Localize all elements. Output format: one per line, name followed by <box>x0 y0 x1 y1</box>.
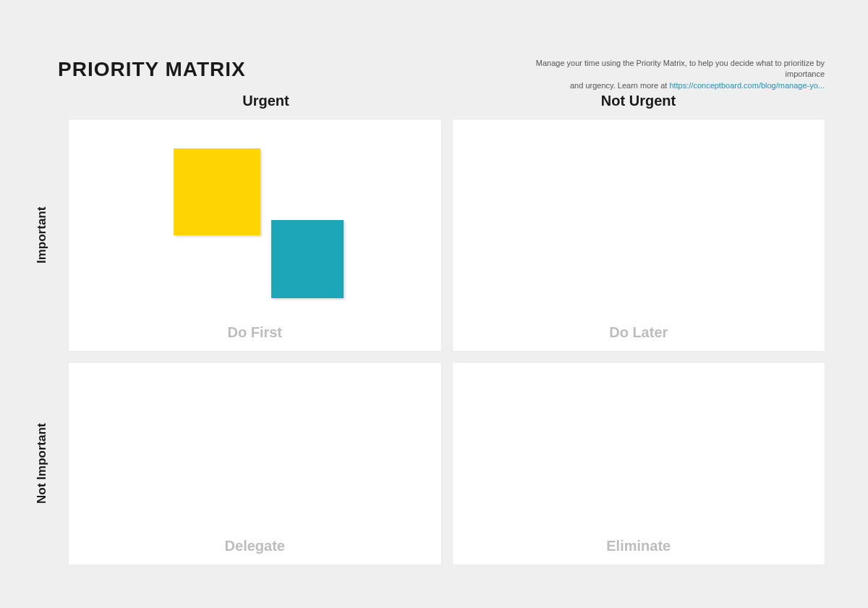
description: Manage your time using the Priority Matr… <box>499 58 825 91</box>
learn-more-link[interactable]: https://conceptboard.com/blog/manage-yo.… <box>669 81 825 90</box>
header: PRIORITY MATRIX Manage your time using t… <box>58 58 825 91</box>
quadrant-delegate[interactable]: Delegate <box>69 363 441 565</box>
quadrant-label-do-later: Do Later <box>453 324 825 341</box>
sticky-note-yellow[interactable] <box>174 148 260 235</box>
quadrant-do-later[interactable]: Do Later <box>453 119 825 351</box>
quadrant-do-first[interactable]: Do First <box>69 119 441 351</box>
row-label-important: Important <box>35 119 49 351</box>
column-label-not-urgent: Not Urgent <box>452 93 825 109</box>
quadrant-eliminate[interactable]: Eliminate <box>453 363 825 565</box>
quadrant-label-delegate: Delegate <box>69 538 441 554</box>
sticky-note-teal[interactable] <box>271 220 344 298</box>
column-label-urgent: Urgent <box>80 93 452 109</box>
quadrant-label-do-first: Do First <box>69 324 441 341</box>
description-text-1: Manage your time using the Priority Matr… <box>536 59 825 78</box>
column-labels: Urgent Not Urgent <box>80 93 825 109</box>
description-text-2: and urgency. Learn more at <box>570 81 669 90</box>
matrix-grid: Do First Do Later Delegate Eliminate <box>69 119 825 565</box>
row-label-not-important: Not Important <box>35 362 49 565</box>
page-title: PRIORITY MATRIX <box>58 58 246 81</box>
quadrant-label-eliminate: Eliminate <box>453 538 825 554</box>
